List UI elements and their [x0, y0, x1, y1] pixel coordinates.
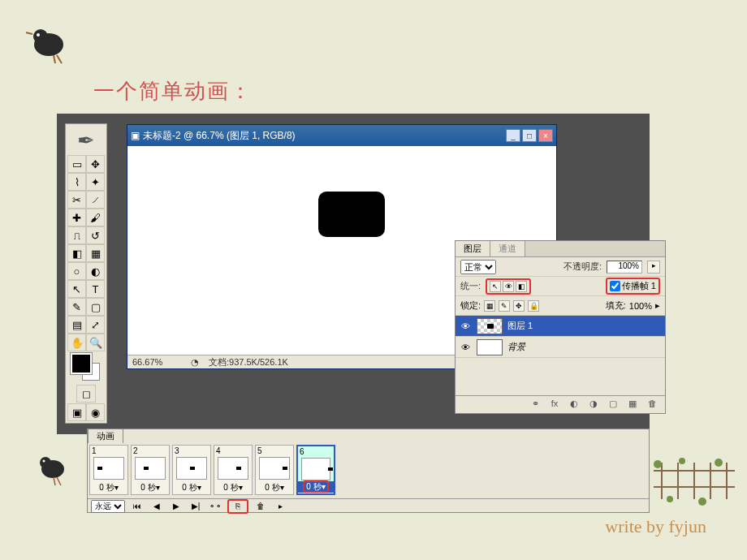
frames-strip: 10 秒▾20 秒▾30 秒▾40 秒▾50 秒▾60 秒▾ [88, 443, 649, 498]
layers-footer: ⚭ fx ◐ ◑ ▢ ▦ 🗑 [456, 395, 665, 413]
zoom-tool[interactable]: 🔍 [86, 334, 105, 351]
play-button[interactable]: ▶ [169, 501, 184, 512]
layer-thumbnail[interactable] [477, 318, 503, 334]
opacity-label: 不透明度: [563, 261, 602, 273]
link-layers-icon[interactable]: ⚭ [529, 398, 542, 411]
layer-name[interactable]: 背景 [507, 341, 525, 353]
lock-label: 锁定: [460, 299, 481, 312]
tab-layers[interactable]: 图层 [456, 241, 490, 256]
layer-item[interactable]: 👁 图层 1 [456, 316, 665, 337]
path-select-tool[interactable]: ↖ [67, 280, 86, 298]
loop-select[interactable]: 永远 [91, 500, 125, 513]
tween-button[interactable]: ⚬⚬ [208, 501, 222, 512]
document-title: 未标题-2 @ 66.7% (图层 1, RGB/8) [143, 129, 506, 143]
document-titlebar[interactable]: ▣ 未标题-2 @ 66.7% (图层 1, RGB/8) _ □ × [127, 125, 556, 146]
wand-tool[interactable]: ✦ [86, 173, 105, 191]
feather-icon: ✒ [77, 128, 95, 153]
pen-tool[interactable]: ✎ [67, 298, 86, 316]
layer-mask-icon[interactable]: ◐ [568, 398, 581, 411]
lock-all-icon[interactable]: 🔒 [528, 300, 539, 312]
crop-tool[interactable]: ✂ [67, 191, 86, 209]
svg-point-1 [33, 29, 48, 44]
layer-list: 👁 图层 1 👁 背景 [456, 316, 665, 358]
shape-tool[interactable]: ▢ [86, 298, 105, 316]
visibility-icon[interactable]: 👁 [459, 342, 472, 352]
brush-tool[interactable]: 🖌 [86, 209, 105, 226]
eraser-tool[interactable]: ◧ [67, 244, 86, 262]
fill-arrow-icon[interactable]: ▸ [655, 300, 660, 311]
next-frame-button[interactable]: ▶| [188, 501, 203, 512]
opacity-arrow-icon[interactable]: ▸ [647, 261, 660, 274]
animation-frame[interactable]: 50 秒▾ [255, 445, 294, 495]
lock-paint-icon[interactable]: ✎ [499, 300, 510, 312]
lock-position-icon[interactable]: ✥ [513, 300, 525, 312]
screen-mode-1[interactable]: ▣ [67, 403, 86, 421]
notes-tool[interactable]: ▤ [67, 316, 86, 334]
eyedropper-tool[interactable]: ⤢ [86, 316, 105, 334]
first-frame-button[interactable]: ⏮ [130, 501, 145, 512]
unify-style-icon[interactable]: ◧ [516, 281, 527, 292]
unify-position-icon[interactable]: ↖ [490, 281, 501, 292]
decorative-bird-bottom [32, 446, 73, 487]
lock-transparency-icon[interactable]: ▦ [484, 300, 495, 312]
animation-frame[interactable]: 20 秒▾ [131, 445, 170, 495]
hand-tool[interactable]: ✋ [67, 334, 86, 351]
propagate-label: 传播帧 1 [622, 280, 656, 292]
layer-name[interactable]: 图层 1 [507, 320, 533, 332]
slice-tool[interactable]: ⟋ [86, 191, 105, 209]
blend-mode-select[interactable]: 正常 [460, 260, 496, 274]
quickmask-toggle[interactable]: ◻ [76, 385, 96, 403]
unify-visibility-icon[interactable]: 👁 [503, 281, 514, 292]
tab-animation[interactable]: 动画 [88, 429, 123, 443]
screen-mode-2[interactable]: ◉ [86, 403, 105, 421]
gradient-tool[interactable]: ▦ [86, 244, 105, 262]
zoom-level[interactable]: 66.67% [132, 357, 181, 367]
minimize-button[interactable]: _ [506, 129, 520, 142]
app-icon: ▣ [131, 130, 140, 141]
animation-frame[interactable]: 60 秒▾ [296, 445, 335, 495]
stamp-tool[interactable]: ⎍ [67, 226, 86, 244]
foreground-color[interactable] [71, 353, 92, 374]
fill-label: 填充: [606, 299, 626, 312]
fill-value[interactable]: 100% [629, 301, 652, 311]
delete-layer-icon[interactable]: 🗑 [646, 398, 658, 411]
layers-panel: 图层 通道 正常 不透明度: 100% ▸ 统一: ↖ 👁 ◧ 传播帧 1 锁定… [455, 240, 666, 414]
animation-controls: 永远 ⏮ ◀ ▶ ▶| ⚬⚬ ⎘ 🗑 ▸ [88, 498, 649, 513]
layer-style-icon[interactable]: fx [548, 398, 561, 411]
svg-point-8 [715, 459, 723, 467]
unify-buttons-highlight: ↖ 👁 ◧ [486, 278, 531, 295]
history-brush-tool[interactable]: ↺ [86, 226, 105, 244]
layer-thumbnail[interactable] [477, 339, 503, 355]
dodge-tool[interactable]: ◐ [86, 262, 105, 280]
visibility-icon[interactable]: 👁 [459, 321, 472, 331]
delete-frame-button[interactable]: 🗑 [253, 501, 268, 512]
lasso-tool[interactable]: ⌇ [67, 173, 86, 191]
layer-group-icon[interactable]: ▢ [607, 398, 620, 411]
prev-frame-button[interactable]: ◀ [149, 501, 164, 512]
color-swatches[interactable] [67, 351, 105, 384]
animation-frame[interactable]: 10 秒▾ [89, 445, 128, 495]
tab-channels[interactable]: 通道 [490, 241, 525, 256]
svg-point-2 [37, 33, 40, 37]
opacity-value[interactable]: 100% [607, 261, 642, 274]
adjustment-layer-icon[interactable]: ◑ [587, 398, 600, 411]
svg-point-5 [43, 460, 45, 463]
blur-tool[interactable]: ○ [67, 262, 86, 280]
animation-frame[interactable]: 40 秒▾ [214, 445, 253, 495]
svg-point-6 [654, 460, 662, 468]
svg-point-7 [679, 458, 685, 464]
decorative-bird-top [24, 16, 73, 65]
new-layer-icon[interactable]: ▦ [626, 398, 639, 411]
heal-tool[interactable]: ✚ [67, 209, 86, 226]
duplicate-frame-button[interactable]: ⎘ [231, 501, 245, 512]
animation-frame[interactable]: 30 秒▾ [172, 445, 211, 495]
propagate-checkbox[interactable] [610, 281, 620, 291]
maximize-button[interactable]: □ [522, 129, 537, 142]
move-tool[interactable]: ✥ [86, 155, 105, 173]
panel-menu-icon[interactable]: ▸ [273, 501, 287, 512]
propagate-highlight: 传播帧 1 [606, 278, 660, 295]
marquee-tool[interactable]: ▭ [67, 155, 86, 173]
layer-item[interactable]: 👁 背景 [456, 337, 665, 358]
close-button[interactable]: × [538, 129, 553, 142]
type-tool[interactable]: T [86, 280, 105, 298]
